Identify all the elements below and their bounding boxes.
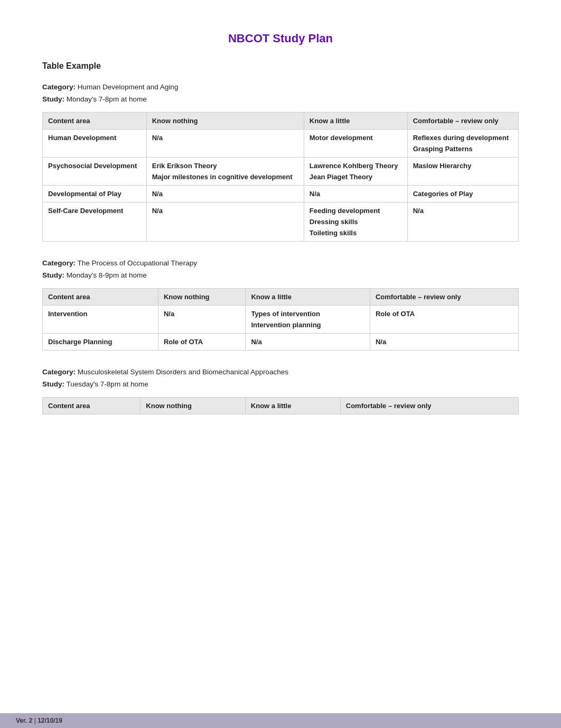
col-header-3-1: Content area <box>43 397 141 414</box>
cell-item: Feeding development <box>310 207 402 215</box>
cell-know-little-1-3: N/a <box>304 185 407 202</box>
cell-item: Role of OTA <box>376 310 513 318</box>
table-2: Content areaKnow nothingKnow a littleCom… <box>42 288 519 351</box>
footer-bar: Ver. 2 | 12/10/19 <box>0 713 561 728</box>
cell-know-nothing-1-1: N/a <box>146 129 304 157</box>
cell-comfortable-1-3: Categories of Play <box>407 185 518 202</box>
study-label-3: Study: <box>42 380 64 388</box>
col-header-3-3: Know a little <box>245 397 340 414</box>
cell-item: Role of OTA <box>164 338 240 346</box>
category-block-3: Category: Musculoskeletal System Disorde… <box>42 366 519 414</box>
table-row: Developmental of PlayN/aN/aCategories of… <box>43 185 519 202</box>
cell-know-nothing-1-2: Erik Erikson TheoryMajor milestones in c… <box>146 157 304 185</box>
col-header-2-4: Comfortable – review only <box>370 288 518 305</box>
col-header-3-2: Know nothing <box>141 397 246 414</box>
cell-item: Motor development <box>310 134 402 142</box>
footer-version: Ver. 2 <box>16 717 32 724</box>
col-header-2-1: Content area <box>43 288 158 305</box>
cell-item: N/a <box>152 207 298 215</box>
cell-comfortable-1-2: Maslow Hierarchy <box>407 157 518 185</box>
cell-content-area-1-3: Developmental of Play <box>43 185 147 202</box>
study-label-2: Study: <box>42 271 64 279</box>
cell-item: Erik Erikson Theory <box>152 162 298 170</box>
cell-item: N/a <box>413 207 513 215</box>
cell-comfortable-1-4: N/a <box>407 202 518 241</box>
cell-item: Intervention planning <box>251 321 364 329</box>
footer-separator: | <box>32 717 38 724</box>
col-header-1-3: Know a little <box>304 112 407 129</box>
col-header-2-2: Know nothing <box>158 288 245 305</box>
cell-item: Toileting skills <box>310 229 402 237</box>
category-meta-3: Category: Musculoskeletal System Disorde… <box>42 366 519 391</box>
cell-know-little-2-1: Types of interventionIntervention planni… <box>246 305 370 333</box>
table-3: Content areaKnow nothingKnow a littleCom… <box>42 397 519 414</box>
footer-text: Ver. 2 | 12/10/19 <box>16 717 62 724</box>
col-header-1-2: Know nothing <box>146 112 304 129</box>
table-1: Content areaKnow nothingKnow a littleCom… <box>42 112 519 242</box>
table-row: Psychosocial DevelopmentErik Erikson The… <box>43 157 519 185</box>
cell-item: Reflexes during development <box>413 134 513 142</box>
cell-content-area-1-1: Human Development <box>43 129 147 157</box>
category-label-2: Category: <box>42 259 76 267</box>
cell-know-little-1-4: Feeding developmentDressing skillsToilet… <box>304 202 407 241</box>
cell-item: Major milestones in cognitive developmen… <box>152 173 298 181</box>
table-row: Human DevelopmentN/aMotor developmentRef… <box>43 129 519 157</box>
cell-content-area-1-2: Psychosocial Development <box>43 157 147 185</box>
cell-item: Maslow Hierarchy <box>413 162 513 170</box>
cell-content-area-2-2: Discharge Planning <box>43 333 158 350</box>
cell-content-area-1-4: Self-Care Development <box>43 202 147 241</box>
cell-item: Categories of Play <box>413 190 513 198</box>
cell-know-little-1-2: Lawrence Kohlberg TheoryJean Piaget Theo… <box>304 157 407 185</box>
cell-item: Jean Piaget Theory <box>310 173 402 181</box>
page-title: NBCOT Study Plan <box>42 32 519 45</box>
category-label-3: Category: <box>42 368 76 376</box>
cell-content-area-2-1: Intervention <box>43 305 158 333</box>
cell-know-nothing-2-2: Role of OTA <box>158 333 245 350</box>
cell-item: N/a <box>152 134 298 142</box>
cell-know-little-2-2: N/a <box>246 333 370 350</box>
table-row: InterventionN/aTypes of interventionInte… <box>43 305 519 333</box>
category-label-1: Category: <box>42 83 76 91</box>
category-block-2: Category: The Process of Occupational Th… <box>42 257 519 351</box>
cell-item: Grasping Patterns <box>413 145 513 153</box>
cell-item: Types of intervention <box>251 310 364 318</box>
table-row: Discharge PlanningRole of OTAN/aN/a <box>43 333 519 350</box>
section-heading: Table Example <box>42 61 519 71</box>
cell-know-nothing-2-1: N/a <box>158 305 245 333</box>
cell-know-nothing-1-3: N/a <box>146 185 304 202</box>
cell-item: N/a <box>251 338 364 346</box>
study-label-1: Study: <box>42 95 64 103</box>
cell-comfortable-2-2: N/a <box>370 333 518 350</box>
category-block-1: Category: Human Development and AgingStu… <box>42 81 519 242</box>
cell-item: Dressing skills <box>310 218 402 226</box>
categories-container: Category: Human Development and AgingStu… <box>42 81 519 414</box>
cell-item: N/a <box>310 190 402 198</box>
cell-comfortable-2-1: Role of OTA <box>370 305 518 333</box>
category-meta-2: Category: The Process of Occupational Th… <box>42 257 519 282</box>
cell-item: N/a <box>152 190 298 198</box>
cell-item: Lawrence Kohlberg Theory <box>310 162 402 170</box>
col-header-2-3: Know a little <box>246 288 370 305</box>
cell-know-little-1-1: Motor development <box>304 129 407 157</box>
col-header-3-4: Comfortable – review only <box>340 397 518 414</box>
footer-date: 12/10/19 <box>38 717 62 724</box>
cell-know-nothing-1-4: N/a <box>146 202 304 241</box>
cell-item: N/a <box>164 310 240 318</box>
cell-item: N/a <box>376 338 513 346</box>
col-header-1-4: Comfortable – review only <box>407 112 518 129</box>
col-header-1-1: Content area <box>43 112 147 129</box>
category-meta-1: Category: Human Development and AgingStu… <box>42 81 519 106</box>
table-row: Self-Care DevelopmentN/aFeeding developm… <box>43 202 519 241</box>
cell-comfortable-1-1: Reflexes during developmentGrasping Patt… <box>407 129 518 157</box>
